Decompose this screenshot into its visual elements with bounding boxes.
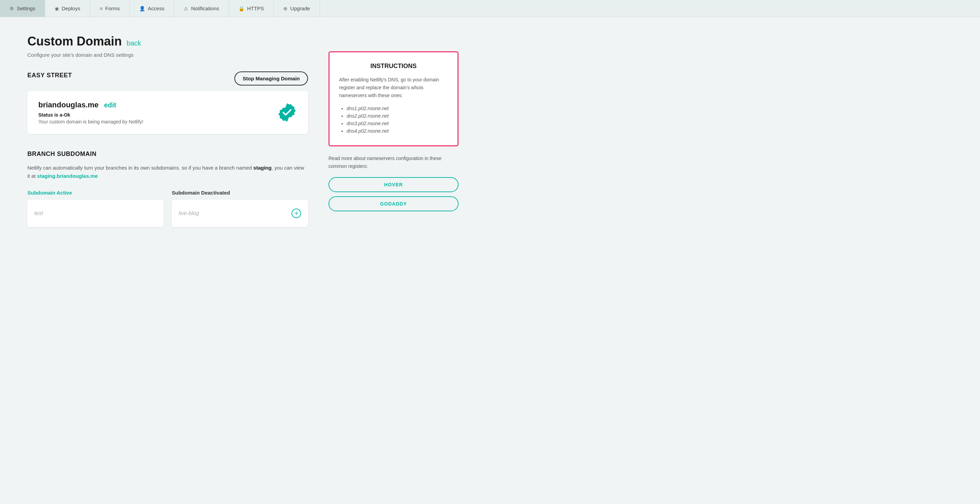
nav-item-forms[interactable]: ≡ Forms	[90, 0, 130, 17]
domain-name-text: briandouglas.me	[38, 100, 99, 109]
add-subdomain-button[interactable]: +	[291, 209, 301, 218]
stop-managing-button[interactable]: Stop Managing Domain	[234, 71, 308, 86]
subdomain-columns: Subdomain Active test Subdomain Deactiva…	[27, 190, 308, 227]
back-link[interactable]: back	[127, 39, 141, 47]
nav-label-deploys: Deploys	[62, 5, 80, 11]
read-more-text: Read more about nameservers configuratio…	[328, 155, 458, 170]
branch-desc: Netlify can automatically turn your bran…	[27, 164, 308, 180]
main-content: Custom Domain back Configure your site's…	[27, 34, 308, 227]
nav-label-settings: Settings	[17, 5, 35, 11]
subdomain-active-value: test	[34, 210, 43, 216]
subdomain-inactive-box: live-blog +	[172, 200, 308, 227]
easy-street-title: EASY STREET	[27, 72, 72, 79]
access-icon: 👤	[139, 6, 145, 11]
branch-subdomain-title: BRANCH SUBDOMAIN	[27, 151, 308, 158]
branch-desc-text1: Netlify can automatically turn your bran…	[27, 165, 253, 171]
subdomain-active-title: Subdomain Active	[27, 190, 164, 196]
godaddy-button[interactable]: GODADDY	[328, 196, 458, 211]
nav-item-upgrade[interactable]: ⊕ Upgrade	[274, 0, 320, 17]
page-body: Custom Domain back Configure your site's…	[0, 17, 479, 247]
nav-label-forms: Forms	[105, 5, 120, 11]
deploys-icon: ◉	[55, 6, 59, 11]
verified-badge-icon	[277, 103, 297, 122]
staging-url: staging.briandouglas.me	[37, 173, 98, 179]
subdomain-active-col: Subdomain Active test	[27, 190, 164, 227]
dns-server-3: dns3.p02.nsone.net	[347, 121, 448, 126]
instructions-title: INSTRUCTIONS	[339, 63, 448, 70]
domain-status-label: Status is a-Ok	[38, 112, 143, 117]
upgrade-icon: ⊕	[283, 6, 288, 11]
instructions-text: After enabling Netlify's DNS, go to your…	[339, 76, 448, 100]
staging-word: staging	[253, 165, 271, 171]
dns-server-1: dns1.p02.nsone.net	[347, 106, 448, 111]
page-title: Custom Domain	[27, 34, 122, 49]
subdomain-active-box: test	[27, 200, 164, 227]
right-sidebar: INSTRUCTIONS After enabling Netlify's DN…	[328, 34, 458, 227]
nav-label-upgrade: Upgrade	[290, 5, 310, 11]
hover-button[interactable]: HOVER	[328, 177, 458, 192]
dns-server-2: dns2.p02.nsone.net	[347, 113, 448, 119]
dns-server-4: dns4.p02.nsone.net	[347, 128, 448, 134]
nav-item-access[interactable]: 👤 Access	[130, 0, 174, 17]
nav-label-https: HTTPS	[247, 5, 264, 11]
domain-card-left: briandouglas.me edit Status is a-Ok Your…	[38, 100, 143, 124]
page-subtitle: Configure your site's domain and DNS set…	[27, 52, 308, 58]
edit-domain-link[interactable]: edit	[104, 101, 116, 109]
nav-item-notifications[interactable]: ⚠ Notifications	[174, 0, 229, 17]
top-navigation: ⚙ Settings ◉ Deploys ≡ Forms 👤 Access ⚠ …	[0, 0, 980, 17]
domain-status-desc: Your custom domain is being managed by N…	[38, 119, 143, 124]
notifications-icon: ⚠	[184, 6, 188, 11]
nav-item-deploys[interactable]: ◉ Deploys	[45, 0, 90, 17]
nav-label-access: Access	[148, 5, 164, 11]
dns-server-list: dns1.p02.nsone.net dns2.p02.nsone.net dn…	[339, 106, 448, 134]
domain-name-row: briandouglas.me edit	[38, 100, 143, 109]
domain-card: briandouglas.me edit Status is a-Ok Your…	[27, 91, 308, 134]
nav-label-notifications: Notifications	[191, 5, 219, 11]
subdomain-inactive-title: Subdomain Deactivated	[172, 190, 308, 196]
nav-item-settings[interactable]: ⚙ Settings	[0, 0, 45, 17]
page-title-row: Custom Domain back	[27, 34, 308, 49]
forms-icon: ≡	[100, 6, 102, 11]
subdomain-inactive-col: Subdomain Deactivated live-blog +	[172, 190, 308, 227]
nav-item-https[interactable]: 🔒 HTTPS	[229, 0, 274, 17]
settings-icon: ⚙	[10, 6, 14, 11]
instructions-box: INSTRUCTIONS After enabling Netlify's DN…	[328, 51, 458, 146]
easy-street-header: EASY STREET Stop Managing Domain	[27, 71, 308, 86]
subdomain-inactive-value: live-blog	[179, 210, 199, 216]
https-icon: 🔒	[239, 6, 244, 11]
